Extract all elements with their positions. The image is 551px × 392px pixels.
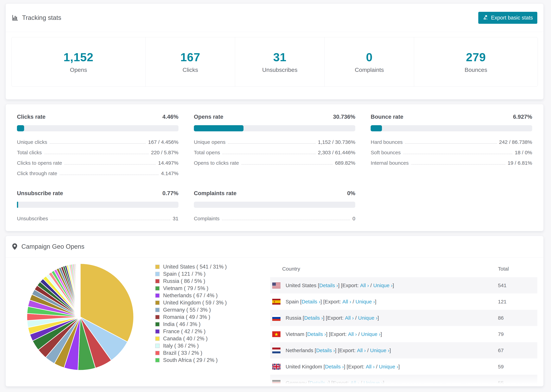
export-all-link[interactable]: All › (342, 299, 351, 305)
legend-swatch (155, 322, 160, 327)
column-header-country: Country (270, 266, 498, 272)
rate-stat-value: 242 / 86.738% (499, 139, 532, 145)
details-link[interactable]: Details › (302, 299, 320, 305)
country-name: United States (286, 283, 318, 288)
legend-swatch (155, 336, 160, 341)
rate-progress-bar (17, 202, 178, 208)
legend-swatch (155, 301, 160, 305)
rate-stat-label: Opens to clicks rate (194, 160, 239, 166)
export-unique-link[interactable]: Unique › (363, 380, 383, 386)
geo-table-row: United States [Details ›] [Export: All ›… (270, 277, 537, 294)
geo-table-rows: United States [Details ›] [Export: All ›… (270, 277, 537, 386)
export-all-link[interactable]: All › (350, 380, 359, 386)
total-cell: 67 (498, 348, 537, 353)
geo-header: Campaign Geo Opens (6, 236, 544, 257)
stat-label: Clicks (183, 67, 198, 73)
legend-label: Spain ( 121 / 7% ) (163, 271, 205, 277)
export-all-link[interactable]: All › (360, 283, 369, 288)
legend-item: Netherlands ( 67 / 4% ) (155, 293, 251, 298)
slash: / (369, 283, 373, 288)
map-pin-icon (12, 243, 18, 250)
geo-table-row: Vietnam [Details ›] [Export: All › / Uni… (270, 326, 537, 342)
export-basic-stats-button[interactable]: Export basic stats (478, 12, 537, 24)
summary-stat-unsubscribes: 31 Unsubscribes (235, 37, 325, 86)
tracking-stats-header: Tracking stats Export basic stats (6, 4, 544, 32)
legend-label: United States ( 541 / 31% ) (163, 264, 227, 270)
details-link[interactable]: Details › (310, 380, 328, 386)
bar-chart-icon (12, 14, 18, 21)
rate-stat-row: Unique opens 1,152 / 30.736% (194, 139, 355, 145)
country-name: Germany (286, 380, 308, 386)
country-name: Vietnam (286, 331, 306, 337)
details-link[interactable]: Details › (325, 364, 344, 370)
details-link[interactable]: Details › (307, 331, 326, 337)
total-cell: 55 (498, 380, 537, 386)
export-unique-link[interactable]: Unique › (370, 348, 389, 353)
dotted-leader (44, 154, 148, 154)
legend-swatch (155, 358, 160, 362)
export-all-link[interactable]: All › (345, 315, 354, 321)
tracking-stats-card: Tracking stats Export basic stats 1,152 … (6, 3, 544, 99)
dotted-leader (60, 175, 159, 175)
summary-stat-opens: 1,152 Opens (11, 37, 146, 86)
export-unique-link[interactable]: Unique › (358, 315, 377, 321)
rate-section-bounce-rate: Bounce rate 6.927% Hard bounces 242 / 86… (371, 113, 532, 176)
details-link[interactable]: Details › (304, 315, 323, 321)
page-title: Tracking stats (22, 14, 61, 21)
country-cell: United States [Details ›] [Export: All ›… (270, 283, 498, 288)
geo-table-row: Germany [Details ›] [Export: All › / Uni… (270, 375, 537, 386)
export-unique-link[interactable]: Unique › (379, 364, 398, 370)
details-link[interactable]: Details › (316, 348, 335, 353)
rate-stat-value: 1,152 / 30.736% (318, 139, 355, 145)
geo-title-row: Campaign Geo Opens (12, 243, 84, 250)
rate-stat-row: Complaints 0 (194, 216, 355, 222)
details-link[interactable]: Details › (319, 283, 338, 288)
rate-progress-bar (17, 125, 178, 131)
rate-stat-row: Opens to clicks rate 689.82% (194, 160, 355, 166)
rate-value: 0.77% (162, 190, 178, 196)
export-all-link[interactable]: All › (348, 331, 357, 337)
legend-item: Canada ( 40 / 2% ) (155, 336, 251, 341)
slash: / (374, 364, 379, 370)
rate-value: 4.46% (162, 113, 178, 120)
legend-label: Netherlands ( 67 / 4% ) (163, 293, 218, 299)
slash: / (354, 315, 358, 321)
rate-progress-fill (194, 125, 243, 131)
bracket: ] [Export: (335, 348, 357, 353)
rate-stat-row: Click through rate 4.147% (17, 170, 178, 176)
legend-label: Germany ( 55 / 3% ) (163, 307, 211, 313)
rate-stat-label: Unsubscribes (17, 216, 48, 222)
export-all-link[interactable]: All › (366, 364, 375, 370)
legend-item: South Africa ( 29 / 2% ) (155, 358, 251, 362)
export-icon (483, 14, 488, 21)
export-all-link[interactable]: All › (357, 348, 366, 353)
legend-label: United Kingdom ( 59 / 3% ) (163, 300, 227, 306)
stat-value: 1,152 (64, 50, 93, 64)
rates-grid: Clicks rate 4.46% Unique clicks 167 / 4.… (6, 104, 544, 232)
rate-stat-label: Click through rate (17, 170, 57, 176)
dotted-leader (228, 143, 316, 144)
bracket: ] [Export: (323, 315, 345, 321)
rate-stat-row: Unique clicks 167 / 4.456% (17, 139, 178, 145)
legend-label: India ( 46 / 3% ) (163, 321, 201, 327)
rate-stat-value: 18 / 0% (515, 150, 532, 155)
export-unique-link[interactable]: Unique › (373, 283, 393, 288)
rate-progress-bar (194, 125, 355, 131)
bracket: ] (398, 364, 400, 370)
rate-section-clicks-rate: Clicks rate 4.46% Unique clicks 167 / 4.… (17, 113, 178, 176)
rate-progress-fill (371, 125, 382, 131)
dotted-leader (411, 164, 505, 165)
export-unique-link[interactable]: Unique › (356, 299, 375, 305)
summary-stat-clicks: 167 Clicks (146, 37, 235, 86)
export-button-label: Export basic stats (491, 15, 533, 21)
slash: / (351, 299, 356, 305)
rate-title: Bounce rate (371, 113, 403, 120)
legend-swatch (155, 293, 160, 298)
legend-swatch (155, 272, 160, 276)
rate-stat-value: 220 / 5.87% (151, 150, 178, 155)
rate-stat-row: Unsubscribes 31 (17, 216, 178, 222)
export-unique-link[interactable]: Unique › (361, 331, 380, 337)
stat-label: Opens (70, 67, 87, 73)
dotted-leader (405, 143, 497, 144)
rate-stat-label: Hard bounces (371, 139, 403, 145)
